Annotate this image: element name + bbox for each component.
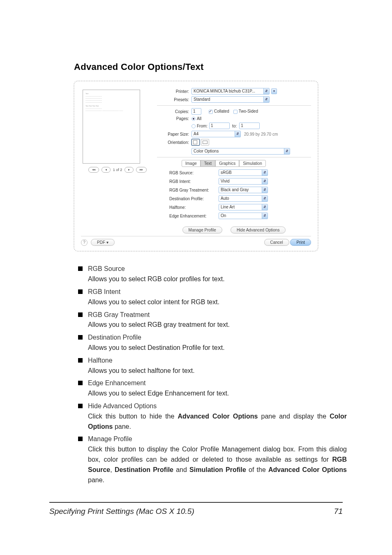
pager-prev[interactable]: ◂ — [101, 167, 111, 173]
paper-select[interactable]: A4⇵ — [191, 131, 241, 137]
presets-value: Standard — [194, 97, 210, 102]
orientation-landscape[interactable] — [201, 139, 209, 146]
section-select[interactable]: Color Options⇵ — [191, 148, 290, 155]
printer-label: Printer: — [157, 89, 189, 94]
opt-rgb-intent-label: RGB Intent: — [169, 179, 219, 184]
help-icon[interactable]: ? — [81, 239, 88, 246]
chevron-down-icon: ⇵ — [262, 204, 267, 210]
copies-label: Copies: — [157, 109, 189, 114]
printer-select[interactable]: KONICA MINOLTA bizhub C31P...⇵ — [191, 88, 270, 95]
footer-left: Specifying Print Settings (Mac OS X 10.5… — [49, 507, 194, 516]
twosided-label: Two-Sided — [239, 109, 258, 113]
pages-label: Pages: — [157, 116, 189, 121]
chevron-down-icon: ⇵ — [284, 148, 290, 154]
manage-profile-button[interactable]: Manage Profile — [182, 227, 222, 234]
copies-input[interactable]: 1 — [191, 108, 201, 115]
paper-value: A4 — [194, 132, 198, 136]
opt-dest-profile-label: Destination Profile: — [169, 197, 219, 201]
list-item: Edge EnhancementAllows you to select Edg… — [78, 378, 347, 399]
list-item: Hide Advanced OptionsClick this button t… — [78, 401, 347, 432]
chevron-down-icon: ⇵ — [235, 131, 240, 137]
pager-label: 1 of 2 — [113, 168, 122, 172]
footer-page-number: 71 — [334, 507, 343, 516]
cancel-button[interactable]: Cancel — [264, 239, 289, 246]
portrait-icon — [193, 140, 197, 144]
preview-page: Text____________________________________… — [83, 90, 140, 164]
chevron-down-icon: ⇵ — [262, 187, 267, 193]
pages-from-input[interactable]: 1 — [209, 123, 230, 129]
list-item: HalftoneAllows you to select halftone fo… — [78, 356, 347, 376]
twosided-checkbox[interactable] — [233, 110, 238, 114]
preview-pane: Text____________________________________… — [83, 90, 152, 173]
list-item: Destination ProfileAllows you to select … — [78, 333, 347, 353]
pager: ◂◂ ◂ 1 of 2 ▸ ▸▸ — [83, 167, 152, 173]
orientation-portrait[interactable] — [191, 139, 200, 146]
presets-label: Presets: — [157, 97, 189, 102]
paper-label: Paper Size: — [157, 132, 189, 136]
presets-select[interactable]: Standard⇵ — [191, 96, 270, 103]
chevron-down-icon: ⇵ — [263, 88, 269, 94]
dialog-right: Printer: KONICA MINOLTA bizhub C31P...⇵ … — [157, 88, 311, 234]
printer-info-button[interactable]: ▾ — [271, 88, 277, 94]
tab-graphics[interactable]: Graphics — [215, 160, 239, 167]
opt-halftone-label: Halftone: — [169, 205, 219, 210]
pdf-button[interactable]: PDF ▾ — [91, 239, 115, 246]
list-item: Manage ProfileClick this button to displ… — [78, 434, 347, 485]
pager-last[interactable]: ▸▸ — [136, 167, 147, 173]
collated-checkbox[interactable] — [209, 110, 213, 114]
tab-image[interactable]: Image — [182, 160, 201, 167]
tabs: Image Text Graphics Simulation — [182, 160, 311, 167]
hide-advanced-button[interactable]: Hide Advanced Options — [231, 227, 286, 234]
pager-next[interactable]: ▸ — [125, 167, 134, 173]
paper-dim: 20.99 by 29.70 cm — [244, 132, 278, 136]
page-title: Advanced Color Options/Text — [74, 62, 347, 72]
page: Advanced Color Options/Text Text________… — [0, 0, 392, 555]
dialog-footer: ? PDF ▾ Cancel Print — [81, 236, 311, 246]
tab-simulation[interactable]: Simulation — [239, 160, 266, 167]
pages-to-label: to: — [232, 124, 237, 128]
pages-to-input[interactable]: 1 — [239, 123, 260, 129]
section-value: Color Options — [194, 149, 219, 153]
pages-from-label: From: — [197, 124, 208, 128]
print-button[interactable]: Print — [290, 239, 311, 246]
pages-all-radio[interactable] — [191, 117, 196, 121]
opt-rgb-gray-label: RGB Gray Treatment: — [169, 188, 219, 192]
opt-edge-enh-label: Edge Enhancement: — [169, 214, 219, 218]
list-item: RGB Gray TreatmentAllows you to select R… — [78, 310, 347, 331]
list-item: RGB SourceAllows you to select RGB color… — [78, 264, 347, 284]
chevron-down-icon: ⇵ — [262, 178, 267, 184]
pages-all-label: All — [197, 116, 201, 121]
opt-rgb-source-select[interactable]: sRGB⇵ — [219, 169, 268, 176]
print-dialog: Text____________________________________… — [74, 81, 318, 252]
opt-halftone-select[interactable]: Line Art⇵ — [219, 204, 268, 210]
preview-tiny: Text____________________________________… — [85, 92, 137, 111]
chevron-down-icon: ⇵ — [262, 196, 267, 201]
landscape-icon — [203, 141, 208, 144]
opt-dest-profile-select[interactable]: Auto⇵ — [219, 195, 268, 202]
content-list: RGB SourceAllows you to select RGB color… — [78, 264, 347, 485]
pager-first[interactable]: ◂◂ — [88, 167, 99, 173]
opt-rgb-source-label: RGB Source: — [169, 171, 219, 175]
tab-text[interactable]: Text — [201, 160, 215, 167]
pages-range-radio[interactable] — [191, 124, 196, 128]
collated-label: Collated — [214, 109, 229, 113]
opt-rgb-gray-select[interactable]: Black and Gray⇵ — [219, 187, 268, 193]
chevron-down-icon: ⇵ — [262, 213, 267, 219]
list-item: RGB IntentAllows you to select color int… — [78, 287, 347, 308]
page-footer: Specifying Print Settings (Mac OS X 10.5… — [49, 502, 343, 516]
chevron-down-icon: ⇵ — [262, 170, 267, 176]
orientation-label: Orientation: — [157, 140, 189, 145]
opt-edge-enh-select[interactable]: On⇵ — [219, 213, 268, 219]
opt-rgb-intent-select[interactable]: Vivid⇵ — [219, 178, 268, 185]
chevron-down-icon: ⇵ — [263, 97, 269, 102]
printer-value: KONICA MINOLTA bizhub C31P... — [194, 89, 255, 93]
